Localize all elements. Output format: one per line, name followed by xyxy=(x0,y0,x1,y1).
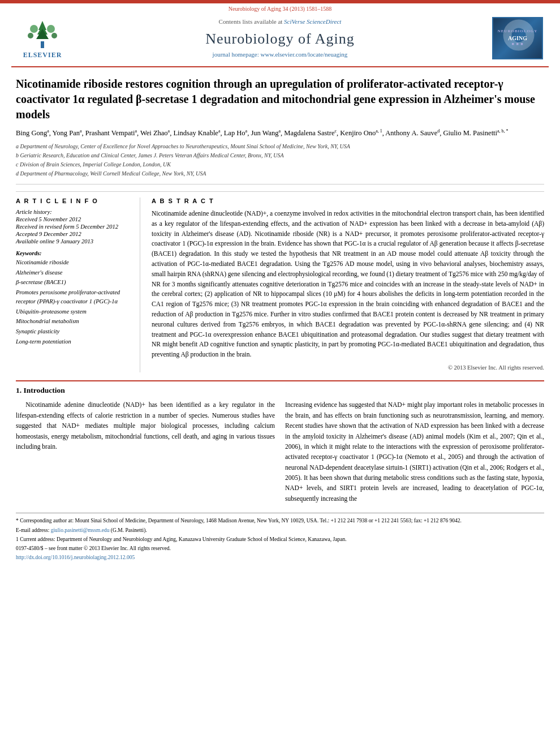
doi-link[interactable]: http://dx.doi.org/10.1016/j.neurobiolagi… xyxy=(16,555,135,560)
homepage-line: journal homepage: www.elsevier.com/locat… xyxy=(213,51,348,58)
history-label: Article history: xyxy=(16,209,132,215)
issn-line: 0197-4580/$ – see front matter © 2013 El… xyxy=(16,544,544,552)
intro-section: 1. Introduction Nicotinamide adenine din… xyxy=(16,380,544,507)
affil-d: d Department of Pharmacology, Weill Corn… xyxy=(16,169,544,178)
journal-header: ELSEVIER Contents lists available at Sci… xyxy=(11,13,549,67)
email-footnote: E-mail address: giulio.pasinetti@mssm.ed… xyxy=(16,526,544,534)
sciverse-line: Contents lists available at SciVerse Sci… xyxy=(219,18,342,25)
fn1-note: 1 Current address: Department of Neurolo… xyxy=(16,535,544,543)
kw7: Synaptic plasticity xyxy=(16,327,132,336)
kw2: Alzheimer's disease xyxy=(16,268,132,277)
svg-point-5 xyxy=(47,25,55,33)
intro-col2: Increasing evidence has suggested that N… xyxy=(285,400,544,507)
accepted-date: Accepted 9 December 2012 xyxy=(16,231,132,237)
elsevier-label: ELSEVIER xyxy=(23,51,62,59)
journal-logo-right: NEUROBIOLOGY AGING ■ ■ ■ xyxy=(486,13,549,63)
kw8: Long-term potentiation xyxy=(16,337,132,346)
intro-col1-para1: Nicotinamide adenine dinucleotide (NAD)+… xyxy=(16,400,275,452)
kw4: Promotes peroxisome proliferator-activat… xyxy=(16,288,132,306)
intro-col2-para1: Increasing evidence has suggested that N… xyxy=(285,400,544,504)
abstract-heading: A B S T R A C T xyxy=(152,198,544,204)
received-date: Received 5 November 2012 xyxy=(16,216,132,222)
intro-col1: Nicotinamide adenine dinucleotide (NAD)+… xyxy=(16,400,275,507)
abstract-text: Nicotinamide adenine dinucleotide (NAD)+… xyxy=(152,209,544,372)
article-content: Nicotinamide riboside restores cognition… xyxy=(16,67,544,562)
journal-logo-box: NEUROBIOLOGY AGING ■ ■ ■ xyxy=(492,17,543,59)
journal-name-bar: Neurobiology of Aging 34 (2013) 1581–158… xyxy=(0,3,560,13)
svg-point-6 xyxy=(28,33,33,38)
affiliations: a Department of Neurology, Center of Exc… xyxy=(16,142,544,178)
article-history: Article history: Received 5 November 201… xyxy=(16,209,132,244)
abstract-body: Nicotinamide adenine dinucleotide (NAD)+… xyxy=(152,209,544,360)
journal-citation: Neurobiology of Aging 34 (2013) 1581–158… xyxy=(229,6,332,12)
email-label: E-mail address: xyxy=(16,527,49,533)
svg-rect-0 xyxy=(41,41,44,48)
journal-title-main: Neurobiology of Aging xyxy=(205,31,355,48)
available-date: Available online 9 January 2013 xyxy=(16,238,132,244)
star-footnote: * Corresponding author at: Mount Sinai S… xyxy=(16,517,544,525)
email-name: (G.M. Pasinetti). xyxy=(111,527,147,533)
affil-b: b Geriatric Research, Education and Clin… xyxy=(16,151,544,160)
two-col-section: A R T I C L E I N F O Article history: R… xyxy=(16,191,544,372)
logo-text-bot: ■ ■ ■ xyxy=(511,42,523,47)
article-info-col: A R T I C L E I N F O Article history: R… xyxy=(16,198,140,372)
intro-body: Nicotinamide adenine dinucleotide (NAD)+… xyxy=(16,400,544,507)
logo-text-mid: AGING xyxy=(508,35,527,42)
footnotes-area: * Corresponding author at: Mount Sinai S… xyxy=(16,513,544,561)
kw3: β-secretase (BACE1) xyxy=(16,278,132,287)
keywords-label: Keywords: xyxy=(16,250,132,256)
keywords-block: Keywords: Nicotinamide riboside Alzheime… xyxy=(16,250,132,346)
page: Neurobiology of Aging 34 (2013) 1581–158… xyxy=(0,0,560,747)
revised-date: Received in revised form 5 December 2012 xyxy=(16,224,132,230)
doi-line: http://dx.doi.org/10.1016/j.neurobiolagi… xyxy=(16,553,544,561)
elsevier-tree-icon xyxy=(23,16,62,49)
article-title-section: Nicotinamide riboside restores cognition… xyxy=(16,67,544,184)
kw1: Nicotinamide riboside xyxy=(16,258,132,267)
affil-c: c Division of Brain Sciences, Imperial C… xyxy=(16,160,544,169)
logo-text-top: NEUROBIOLOGY xyxy=(498,29,538,34)
intro-heading: 1. Introduction xyxy=(16,386,544,395)
authors-line: Bing Gonga, Yong Pana, Prashant Vempatia… xyxy=(16,128,544,139)
affil-a: a Department of Neurology, Center of Exc… xyxy=(16,142,544,151)
copyright-line: © 2013 Elsevier Inc. All rights reserved… xyxy=(152,363,544,372)
header-center: Contents lists available at SciVerse Sci… xyxy=(74,13,486,63)
sciverse-link[interactable]: SciVerse ScienceDirect xyxy=(284,18,341,25)
kw5: Ubiquitin–proteasome system xyxy=(16,307,132,316)
svg-point-4 xyxy=(30,25,38,33)
abstract-col: A B S T R A C T Nicotinamide adenine din… xyxy=(152,198,544,372)
elsevier-logo: ELSEVIER xyxy=(11,13,74,63)
svg-point-7 xyxy=(51,33,57,38)
kw6: Mitochondrial metabolism xyxy=(16,317,132,326)
article-title: Nicotinamide riboside restores cognition… xyxy=(16,76,544,122)
email-link[interactable]: giulio.pasinetti@mssm.edu xyxy=(51,527,110,533)
article-info-heading: A R T I C L E I N F O xyxy=(16,198,132,204)
